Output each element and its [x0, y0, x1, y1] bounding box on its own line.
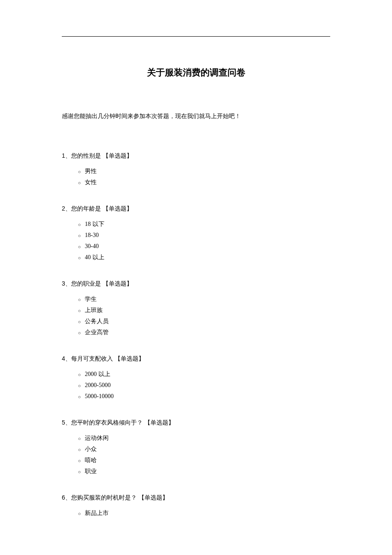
question-block: 5、您平时的穿衣风格倾向于？ 【单选题】 运动休闲 小众 嘻哈 职业: [62, 419, 330, 477]
option-item: 2000 以上: [78, 369, 330, 380]
question-block: 4、每月可支配收入 【单选题】 2000 以上 2000-5000 5000-1…: [62, 355, 330, 402]
option-item: 5000-10000: [78, 391, 330, 402]
option-item: 40 以上: [78, 252, 330, 263]
question-type: 【单选题】: [115, 355, 144, 362]
option-item: 18 以下: [78, 219, 330, 230]
question-text: 4、每月可支配收入 【单选题】: [62, 355, 330, 363]
document-page: 关于服装消费的调查问卷 感谢您能抽出几分钟时间来参加本次答题，现在我们就马上开始…: [0, 0, 392, 519]
option-item: 嘻哈: [78, 455, 330, 466]
question-label: 您购买服装的时机时是？: [71, 494, 138, 501]
question-label: 每月可支配收入: [71, 355, 115, 362]
header-rule: [62, 36, 330, 37]
question-type: 【单选题】: [138, 494, 168, 501]
question-number: 3、: [62, 280, 71, 287]
intro-text: 感谢您能抽出几分钟时间来参加本次答题，现在我们就马上开始吧！: [62, 113, 330, 120]
option-list: 18 以下 18-30 30-40 40 以上: [62, 219, 330, 263]
question-type: 【单选题】: [103, 152, 133, 159]
option-list: 运动休闲 小众 嘻哈 职业: [62, 433, 330, 477]
question-number: 5、: [62, 419, 71, 426]
question-text: 5、您平时的穿衣风格倾向于？ 【单选题】: [62, 419, 330, 427]
question-number: 6、: [62, 494, 71, 501]
option-item: 公务人员: [78, 316, 330, 327]
question-text: 2、您的年龄是 【单选题】: [62, 205, 330, 213]
question-block: 2、您的年龄是 【单选题】 18 以下 18-30 30-40 40 以上: [62, 205, 330, 263]
question-label: 您的职业是: [71, 280, 103, 287]
option-list: 2000 以上 2000-5000 5000-10000: [62, 369, 330, 402]
option-item: 上班族: [78, 305, 330, 316]
question-label: 您的性别是: [71, 152, 103, 159]
question-number: 2、: [62, 205, 71, 212]
question-text: 6、您购买服装的时机时是？ 【单选题】: [62, 494, 330, 502]
option-item: 男性: [78, 166, 330, 177]
question-text: 1、您的性别是 【单选题】: [62, 152, 330, 160]
option-list: 男性 女性: [62, 166, 330, 188]
option-item: 小众: [78, 444, 330, 455]
option-item: 运动休闲: [78, 433, 330, 444]
option-list: 新品上市: [62, 508, 330, 519]
question-label: 您的年龄是: [71, 205, 103, 212]
option-item: 女性: [78, 177, 330, 188]
question-number: 4、: [62, 355, 71, 362]
question-number: 1、: [62, 152, 71, 159]
question-block: 1、您的性别是 【单选题】 男性 女性: [62, 152, 330, 188]
question-type: 【单选题】: [103, 280, 133, 287]
option-item: 18-30: [78, 230, 330, 241]
question-block: 3、您的职业是 【单选题】 学生 上班族 公务人员 企业高管: [62, 280, 330, 338]
question-block: 6、您购买服装的时机时是？ 【单选题】 新品上市: [62, 494, 330, 519]
option-item: 30-40: [78, 241, 330, 252]
question-text: 3、您的职业是 【单选题】: [62, 280, 330, 288]
document-title: 关于服装消费的调查问卷: [62, 66, 330, 78]
option-item: 2000-5000: [78, 380, 330, 391]
option-item: 职业: [78, 466, 330, 477]
question-type: 【单选题】: [103, 205, 133, 212]
option-list: 学生 上班族 公务人员 企业高管: [62, 294, 330, 338]
option-item: 新品上市: [78, 508, 330, 519]
option-item: 企业高管: [78, 327, 330, 338]
option-item: 学生: [78, 294, 330, 305]
question-label: 您平时的穿衣风格倾向于？: [71, 419, 144, 426]
question-type: 【单选题】: [144, 419, 174, 426]
